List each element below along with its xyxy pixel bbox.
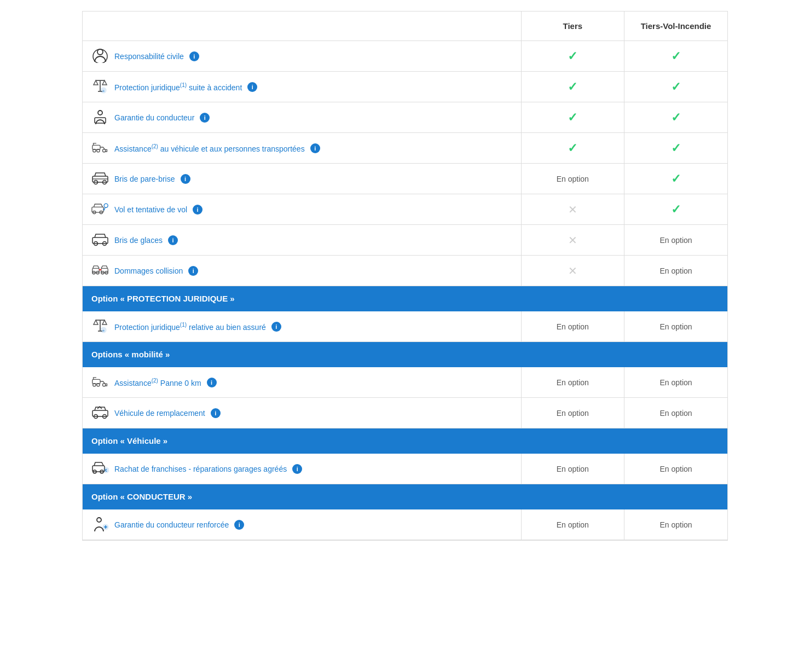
info-badge[interactable]: i [181, 174, 190, 184]
tiers-vol-value: ✓ [624, 133, 727, 164]
tiers-vol-value: En option [624, 256, 727, 286]
table-row: Véhicule de remplacement i En option En … [83, 398, 727, 428]
tiers-vol-value: ✓ [624, 194, 727, 225]
tiers-vol-value: En option [624, 454, 727, 484]
option-text: En option [557, 378, 589, 387]
tiers-value: En option [521, 367, 624, 398]
option-text: En option [659, 378, 692, 387]
balance-icon: + [91, 318, 109, 335]
table-row: Assistance(2) au véhicule et aux personn… [83, 133, 727, 164]
info-badge[interactable]: i [188, 266, 198, 276]
feature-label: Assistance(2) Panne 0 km [114, 378, 201, 387]
info-badge[interactable]: i [234, 520, 244, 530]
svg-rect-17 [92, 207, 103, 212]
feature-label: Protection juridique(1) relative au bien… [114, 322, 266, 332]
tiers-value: En option [521, 164, 624, 194]
table-row: Dommages collision i ✕ En option [83, 256, 727, 286]
section-header: Options « mobilité » [83, 342, 727, 367]
option-text: En option [659, 322, 692, 331]
tiers-value: ✕ [521, 256, 624, 286]
tiers-vol-value: ✓ [624, 102, 727, 133]
comparison-table: Tiers Tiers-Vol-Incendie Responsabilité … [82, 11, 728, 541]
check-icon: ✓ [568, 111, 577, 124]
option-text: En option [659, 267, 692, 275]
info-badge[interactable]: i [310, 143, 320, 153]
svg-point-20 [104, 204, 108, 207]
feature-label: Garantie du conducteur renforcée [114, 520, 229, 529]
check-icon: ✓ [671, 141, 681, 155]
tow-icon [91, 374, 109, 391]
feature-label: Protection juridique(1) suite à accident [114, 82, 242, 92]
section-header: Option « Véhicule » [83, 428, 727, 454]
info-badge[interactable]: i [271, 322, 281, 332]
feature-label: Véhicule de remplacement [114, 409, 205, 418]
option-text: En option [557, 409, 589, 418]
info-badge[interactable]: i [189, 51, 199, 61]
section-header: Option « PROTECTION JURIDIQUE » [83, 286, 727, 311]
check-icon: ✓ [568, 80, 577, 94]
info-badge[interactable]: i [247, 82, 257, 92]
table-row: + Protection juridique(1) relative au bi… [83, 311, 727, 342]
tiers-vol-value: En option [624, 509, 727, 540]
tiers-vol-value: En option [624, 398, 727, 428]
car-euro-icon: € [91, 460, 109, 477]
info-badge[interactable]: i [211, 408, 221, 418]
tiers-vol-value: ✓ [624, 164, 727, 194]
table-row: Vol et tentative de vol i ✕ ✓ [83, 194, 727, 225]
tiers-value: En option [521, 398, 624, 428]
tiers-value: ✓ [521, 41, 624, 72]
svg-rect-23 [92, 237, 108, 244]
tiers-vol-value: En option [624, 225, 727, 256]
svg-rect-29 [101, 268, 108, 273]
check-icon: ✓ [568, 49, 577, 63]
cross-icon: ✕ [568, 204, 577, 216]
tiers-value: En option [521, 311, 624, 342]
option-text: En option [659, 236, 692, 245]
table-row: Assistance(2) Panne 0 km i En option En … [83, 367, 727, 398]
section-title: Option « Véhicule » [83, 428, 727, 454]
info-badge[interactable]: i [207, 378, 217, 387]
option-text: En option [659, 409, 692, 418]
table-row: Garantie du conducteur i ✓ ✓ [83, 102, 727, 133]
option-text: En option [659, 520, 692, 529]
svg-rect-42 [92, 410, 108, 416]
tiers-value: ✓ [521, 72, 624, 102]
person-icon [91, 48, 109, 65]
tiers-value: ✕ [521, 194, 624, 225]
svg-text:+: + [102, 328, 105, 333]
header-feature [83, 11, 521, 41]
feature-label: Garantie du conducteur [114, 113, 194, 122]
driver-icon [91, 109, 109, 126]
tow-icon [91, 140, 109, 157]
svg-point-0 [97, 49, 103, 55]
svg-point-41 [102, 384, 105, 386]
table-row: + Protection juridique(1) suite à accide… [83, 72, 727, 102]
tiers-value: ✓ [521, 102, 624, 133]
info-badge[interactable]: i [193, 205, 202, 215]
feature-label: Responsabilité civile [114, 52, 184, 61]
car-icon [91, 170, 109, 187]
table-row: Bris de glaces i ✕ En option [83, 225, 727, 256]
cross-icon: ✕ [568, 265, 577, 277]
svg-point-50 [97, 518, 101, 522]
feature-label: Assistance(2) au véhicule et aux personn… [114, 143, 305, 153]
check-icon: ✓ [671, 202, 681, 216]
balance-icon: + [91, 78, 109, 95]
svg-text:€: € [105, 468, 107, 472]
option-text: En option [557, 175, 589, 183]
info-badge[interactable]: i [168, 235, 178, 245]
feature-label: Vol et tentative de vol [114, 205, 187, 214]
check-icon: ✓ [671, 172, 681, 186]
tiers-vol-value: En option [624, 367, 727, 398]
section-title: Option « PROTECTION JURIDIQUE » [83, 286, 727, 311]
car2-icon [91, 231, 109, 248]
info-badge[interactable]: i [200, 113, 210, 123]
info-badge[interactable]: i [292, 464, 302, 474]
car-key-icon [91, 201, 109, 218]
svg-text:+: + [102, 89, 105, 94]
tiers-vol-value: ✓ [624, 72, 727, 102]
car-replace-icon [91, 404, 109, 421]
option-text: En option [557, 465, 589, 473]
option-text: En option [659, 465, 692, 473]
table-row: € Rachat de franchises - réparations gar… [83, 454, 727, 484]
